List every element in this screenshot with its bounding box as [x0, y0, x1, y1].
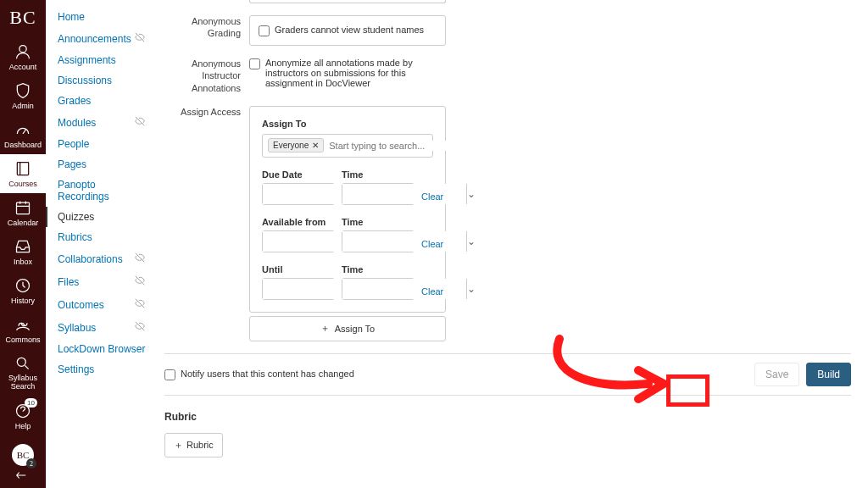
user-icon: [14, 42, 32, 61]
course-nav-outcomes[interactable]: Outcomes: [46, 293, 156, 316]
anon-instr-checkbox[interactable]: Anonymize all annotations made by instru…: [249, 58, 446, 88]
chevron-down-icon[interactable]: ⌄: [466, 184, 476, 204]
course-nav-pages[interactable]: Pages: [46, 154, 156, 175]
until-date-input[interactable]: ▦: [262, 278, 335, 300]
course-nav-lockdown-browser[interactable]: LockDown Browser: [46, 339, 156, 359]
course-nav-label: Discussions: [58, 75, 112, 86]
course-nav-grades[interactable]: Grades: [46, 91, 156, 111]
course-nav-people[interactable]: People: [46, 134, 156, 154]
nav-label: History: [11, 297, 35, 305]
anon-grading-checkbox[interactable]: Graders cannot view student names: [259, 25, 437, 36]
nav-label: Admin: [12, 102, 34, 110]
chevron-down-icon[interactable]: ⌄: [466, 279, 476, 299]
gauge-icon: [14, 120, 32, 139]
course-nav-settings[interactable]: Settings: [46, 359, 156, 380]
time-label: Time: [342, 217, 415, 227]
course-nav-quizzes[interactable]: Quizzes: [46, 207, 156, 227]
course-nav-assignments[interactable]: Assignments: [46, 50, 156, 70]
course-nav-label: Files: [58, 276, 79, 288]
course-nav: HomeAnnouncementsAssignmentsDiscussionsG…: [46, 0, 156, 488]
share-icon: [14, 315, 32, 334]
course-nav-label: Settings: [58, 363, 94, 375]
add-assign-to-button[interactable]: ＋Assign To: [249, 316, 446, 341]
due-date-input[interactable]: ▦: [262, 183, 335, 205]
course-nav-label: Modules: [58, 117, 96, 129]
avail-time-input[interactable]: ⌄: [342, 230, 415, 252]
nav-inbox[interactable]: Inbox: [0, 232, 46, 271]
time-label: Time: [342, 264, 415, 274]
nav-syllabus-search[interactable]: Syllabus Search: [0, 349, 46, 396]
clear-until[interactable]: Clear: [421, 286, 443, 300]
nav-label: Account: [9, 63, 37, 71]
course-nav-label: Announcements: [58, 33, 131, 45]
assign-access-label: Assign Access: [164, 106, 249, 341]
nav-history[interactable]: History: [0, 271, 46, 310]
build-button[interactable]: Build: [806, 363, 851, 386]
course-nav-label: Quizzes: [58, 211, 94, 223]
hidden-icon: [134, 31, 146, 46]
inbox-icon: [14, 237, 32, 256]
course-nav-rubrics[interactable]: Rubrics: [46, 227, 156, 247]
plus-icon: ＋: [174, 439, 183, 452]
course-nav-label: People: [58, 138, 89, 150]
course-nav-label: Outcomes: [58, 299, 104, 311]
assign-tag[interactable]: Everyone✕: [268, 138, 324, 152]
course-nav-label: Panopto Recordings: [58, 179, 146, 202]
course-nav-syllabus[interactable]: Syllabus: [46, 316, 156, 339]
nav-label: Syllabus Search: [0, 374, 46, 391]
nav-label: Help: [15, 422, 31, 430]
time-label: Time: [342, 169, 415, 180]
hidden-icon: [134, 274, 146, 289]
due-label: Due Date: [262, 169, 335, 180]
book-icon: [14, 159, 32, 178]
nav-commons[interactable]: Commons: [0, 310, 46, 349]
course-nav-discussions[interactable]: Discussions: [46, 70, 156, 91]
nav-courses[interactable]: Courses: [0, 154, 46, 193]
course-nav-label: LockDown Browser: [58, 343, 145, 355]
nav-label: Commons: [5, 336, 40, 344]
assign-search[interactable]: [329, 141, 446, 151]
search-icon: [14, 354, 32, 373]
hidden-icon: [134, 297, 146, 312]
course-nav-label: Collaborations: [58, 253, 123, 265]
add-rubric-button[interactable]: ＋Rubric: [164, 433, 223, 458]
assign-to-heading: Assign To: [262, 119, 433, 129]
nav-label: Dashboard: [4, 141, 42, 149]
notify-checkbox[interactable]: Notify users that this content has chang…: [164, 369, 354, 380]
course-nav-collaborations[interactable]: Collaborations: [46, 247, 156, 270]
hidden-icon: [134, 320, 146, 335]
until-time-input[interactable]: ⌄: [342, 278, 415, 300]
close-icon[interactable]: ✕: [312, 141, 319, 150]
clear-avail[interactable]: Clear: [421, 239, 443, 252]
due-time-input[interactable]: ⌄: [342, 183, 415, 205]
nav-account[interactable]: Account: [0, 37, 46, 76]
hidden-icon: [134, 115, 146, 130]
hidden-icon: [134, 252, 146, 266]
svg-rect-1: [17, 163, 28, 175]
assign-to-input[interactable]: Everyone✕: [262, 134, 433, 158]
avatar[interactable]: BC: [10, 442, 36, 468]
avail-date-input[interactable]: ▦: [262, 230, 335, 252]
nav-admin[interactable]: Admin: [0, 76, 46, 115]
course-nav-modules[interactable]: Modules: [46, 111, 156, 134]
global-nav: BC Account Admin Dashboard Courses Calen…: [0, 0, 46, 488]
save-button[interactable]: Save: [754, 363, 799, 386]
calendar-icon: [14, 198, 32, 217]
course-nav-files[interactable]: Files: [46, 270, 156, 293]
nav-dashboard[interactable]: Dashboard: [0, 115, 46, 154]
course-nav-panopto-recordings[interactable]: Panopto Recordings: [46, 175, 156, 207]
course-nav-home[interactable]: Home: [46, 7, 156, 27]
course-nav-label: Home: [58, 11, 85, 23]
chevron-down-icon[interactable]: ⌄: [466, 231, 476, 252]
svg-rect-2: [17, 202, 30, 214]
nav-calendar[interactable]: Calendar: [0, 193, 46, 232]
course-nav-announcements[interactable]: Announcements: [46, 27, 156, 50]
assign-card: Assign To Everyone✕ Due Date ▦ Time ⌄: [249, 106, 446, 313]
anon-grading-text: Graders cannot view student names: [275, 25, 424, 35]
expand-nav-icon[interactable]: [14, 469, 29, 485]
clear-due[interactable]: Clear: [421, 191, 443, 205]
avail-label: Available from: [262, 217, 335, 227]
nav-help[interactable]: Help: [0, 396, 46, 435]
course-nav-label: Syllabus: [58, 322, 96, 334]
anon-instr-text: Anonymize all annotations made by instru…: [265, 58, 446, 88]
